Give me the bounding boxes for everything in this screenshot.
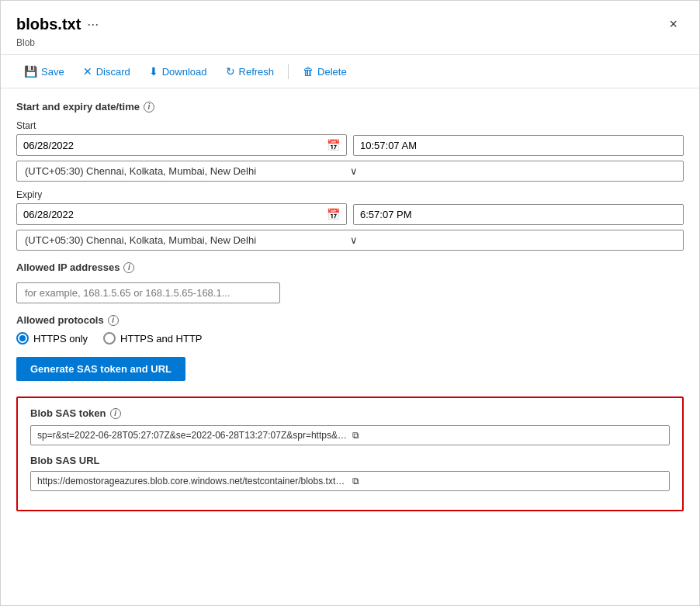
https-only-label: HTTPS only [33, 333, 88, 345]
start-field-label: Start [16, 120, 684, 131]
https-http-radio[interactable] [103, 332, 116, 345]
sas-section: Blob SAS token i sp=r&st=2022-06-28T05:2… [16, 396, 684, 511]
sas-url-copy-icon[interactable]: ⧉ [352, 476, 663, 487]
protocols-info-icon[interactable]: i [108, 315, 119, 326]
expiry-date-input[interactable]: 📅 [16, 203, 347, 225]
form-content: Start and expiry date/time i Start 📅 (UT… [1, 88, 699, 524]
download-label: Download [162, 66, 207, 78]
discard-icon: ✕ [83, 65, 92, 78]
start-timezone-chevron: ∨ [350, 165, 675, 177]
expiry-calendar-icon[interactable]: 📅 [327, 208, 340, 220]
datetime-info-icon[interactable]: i [144, 102, 154, 113]
start-date-field[interactable] [23, 140, 322, 151]
discard-button[interactable]: ✕ Discard [75, 61, 138, 81]
start-date-row: 📅 [16, 134, 684, 156]
start-date-input[interactable]: 📅 [16, 134, 347, 156]
save-icon: 💾 [24, 65, 37, 78]
sas-token-label: Blob SAS token i [30, 407, 670, 419]
sas-url-value: https://demostorageazures.blob.core.wind… [37, 476, 348, 487]
delete-label: Delete [317, 66, 347, 78]
download-icon: ⬇ [149, 65, 158, 78]
sas-token-info-icon[interactable]: i [110, 408, 121, 419]
sas-token-value: sp=r&st=2022-06-28T05:27:07Z&se=2022-06-… [37, 430, 348, 441]
expiry-date-row: 📅 [16, 203, 684, 225]
expiry-date-field[interactable] [23, 209, 322, 220]
expiry-timezone-label: (UTC+05:30) Chennai, Kolkata, Mumbai, Ne… [25, 234, 350, 246]
https-http-label: HTTPS and HTTP [120, 333, 202, 345]
start-time-field[interactable] [360, 140, 677, 151]
https-only-option[interactable]: HTTPS only [16, 332, 88, 345]
protocols-radio-group: HTTPS only HTTPS and HTTP [16, 332, 684, 345]
ip-info-icon[interactable]: i [123, 262, 134, 273]
expiry-timezone-chevron: ∨ [350, 234, 675, 246]
panel: blobs.txt ··· × Blob 💾 Save ✕ Discard ⬇ … [0, 0, 700, 606]
https-only-radio[interactable] [16, 332, 29, 345]
save-button[interactable]: 💾 Save [16, 61, 72, 81]
expiry-time-input[interactable] [353, 204, 684, 225]
toolbar-divider [288, 64, 289, 79]
delete-icon: 🗑 [303, 65, 314, 78]
https-http-option[interactable]: HTTPS and HTTP [103, 332, 202, 345]
refresh-icon: ↻ [226, 65, 235, 78]
sas-url-label: Blob SAS URL [30, 455, 670, 466]
sas-token-copy-icon[interactable]: ⧉ [352, 430, 663, 441]
close-button[interactable]: × [663, 13, 684, 36]
expiry-field-label: Expiry [16, 189, 684, 200]
ip-input[interactable] [16, 282, 280, 303]
panel-subtitle: Blob [16, 37, 684, 48]
panel-options-dots[interactable]: ··· [87, 16, 99, 33]
refresh-label: Refresh [239, 66, 275, 78]
sas-token-value-row: sp=r&st=2022-06-28T05:27:07Z&se=2022-06-… [30, 425, 670, 445]
start-time-input[interactable] [353, 135, 684, 156]
sas-url-value-row: https://demostorageazures.blob.core.wind… [30, 471, 670, 491]
delete-button[interactable]: 🗑 Delete [295, 61, 355, 81]
panel-header: blobs.txt ··· × Blob [1, 1, 699, 55]
toolbar: 💾 Save ✕ Discard ⬇ Download ↻ Refresh 🗑 … [1, 55, 699, 88]
generate-sas-button[interactable]: Generate SAS token and URL [16, 357, 185, 381]
discard-label: Discard [96, 66, 130, 78]
start-timezone-select[interactable]: (UTC+05:30) Chennai, Kolkata, Mumbai, Ne… [16, 161, 684, 182]
save-label: Save [41, 66, 64, 78]
datetime-section-label: Start and expiry date/time i [16, 101, 684, 113]
expiry-timezone-select[interactable]: (UTC+05:30) Chennai, Kolkata, Mumbai, Ne… [16, 230, 684, 251]
panel-title: blobs.txt [16, 16, 81, 33]
ip-section-label: Allowed IP addresses i [16, 261, 684, 273]
expiry-time-field[interactable] [360, 209, 677, 220]
protocols-section-label: Allowed protocols i [16, 314, 684, 326]
start-timezone-label: (UTC+05:30) Chennai, Kolkata, Mumbai, Ne… [25, 165, 350, 177]
start-calendar-icon[interactable]: 📅 [327, 139, 340, 151]
refresh-button[interactable]: ↻ Refresh [218, 61, 282, 81]
download-button[interactable]: ⬇ Download [141, 61, 215, 81]
